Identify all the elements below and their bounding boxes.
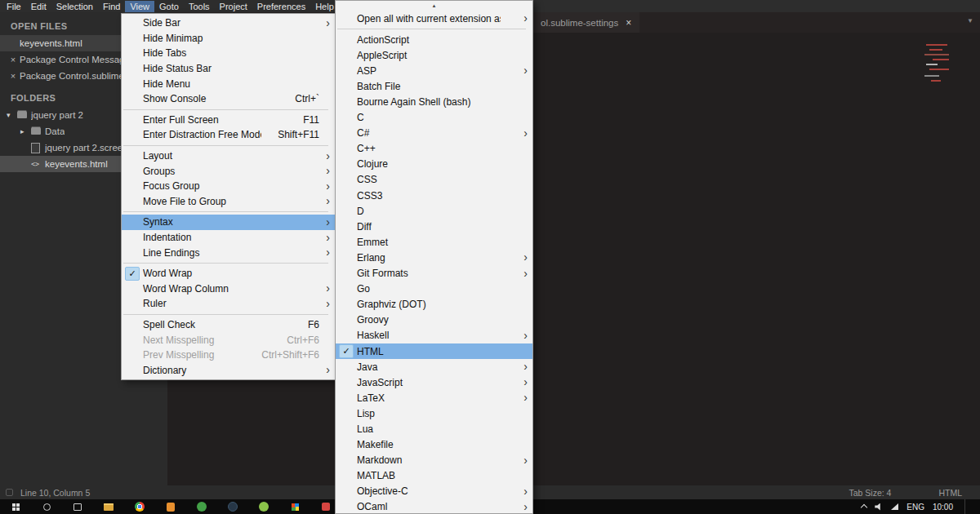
system-tray: ENG 10:00: [862, 499, 980, 514]
menu-item[interactable]: Git Formats: [336, 266, 532, 281]
menu-item[interactable]: Word Wrap Column: [122, 281, 335, 297]
menu-item[interactable]: Open all with current extension as...: [336, 11, 532, 26]
menu-item-label: Diff: [357, 221, 501, 233]
speaker-icon[interactable]: [875, 503, 883, 511]
menubar-item[interactable]: Selection: [51, 1, 98, 12]
menu-item[interactable]: Ruler: [122, 296, 335, 312]
scroll-up-icon[interactable]: [336, 1, 532, 11]
menubar-item[interactable]: Project: [215, 1, 252, 12]
tab-overflow-button[interactable]: [967, 17, 973, 24]
app-icon-dark[interactable]: [217, 499, 248, 514]
menu-item[interactable]: LaTeX: [336, 390, 532, 405]
start-button[interactable]: [0, 499, 31, 514]
menu-item[interactable]: Groovy: [336, 312, 532, 328]
menu-item[interactable]: Layout: [122, 148, 335, 164]
menu-item[interactable]: Prev Misspelling Ctrl+Shift+F6: [122, 348, 335, 363]
menu-item[interactable]: CSS3: [336, 188, 532, 203]
menu-item[interactable]: Line Endings: [122, 245, 335, 260]
language-indicator[interactable]: ENG: [906, 503, 924, 512]
syntax-indicator[interactable]: HTML: [938, 488, 962, 498]
menu-item[interactable]: C++: [336, 141, 532, 157]
menu-item[interactable]: ASP: [336, 63, 532, 78]
menu-item[interactable]: Markdown: [336, 453, 532, 468]
menu-item[interactable]: Move File to Group: [122, 194, 335, 210]
menubar-item[interactable]: File: [2, 1, 26, 12]
office-app-icon[interactable]: [279, 499, 310, 514]
menu-item[interactable]: MATLAB: [336, 468, 532, 484]
menu-item[interactable]: Indentation: [122, 230, 335, 246]
menu-item[interactable]: Enter Distraction Free Mode Shift+F11: [122, 127, 335, 143]
menu-item[interactable]: Go: [336, 281, 532, 297]
menu-item[interactable]: AppleScript: [336, 47, 532, 63]
close-file-icon[interactable]: [7, 71, 20, 81]
minimap[interactable]: [918, 33, 965, 94]
menu-item[interactable]: Dictionary: [122, 362, 335, 378]
show-desktop-button[interactable]: [973, 499, 977, 514]
store-app-icon[interactable]: [155, 499, 186, 514]
clock[interactable]: 10:00: [933, 503, 953, 512]
menu-item[interactable]: Java: [336, 359, 532, 374]
menu-item[interactable]: Haskell: [336, 328, 532, 343]
menu-item[interactable]: Focus Group: [122, 179, 335, 194]
menu-item[interactable]: Batch File: [336, 78, 532, 94]
taskbar-apps: [0, 499, 341, 514]
chevron-up-icon[interactable]: [861, 504, 867, 511]
menu-item[interactable]: Enter Full Screen F11: [122, 113, 335, 128]
menu-item[interactable]: OCaml: [336, 499, 532, 514]
network-icon[interactable]: [891, 503, 898, 510]
tab-close-icon[interactable]: [626, 17, 631, 29]
menu-item[interactable]: Hide Minimap: [122, 31, 335, 47]
submenu-arrow-icon: [517, 127, 528, 140]
browser-app-icon[interactable]: [124, 499, 155, 514]
tab-size-indicator[interactable]: Tab Size: 4: [849, 488, 891, 498]
menubar-item[interactable]: Edit: [26, 1, 51, 12]
menu-item[interactable]: Diff: [336, 219, 532, 234]
menu-item[interactable]: Show Console Ctrl+`: [122, 91, 335, 107]
app-glyph: [135, 502, 145, 512]
menu-item[interactable]: JavaScript: [336, 374, 532, 390]
menu-item[interactable]: Side Bar: [122, 16, 335, 31]
menu-item[interactable]: Hide Status Bar: [122, 61, 335, 77]
menubar-item[interactable]: View: [125, 1, 154, 12]
editor-tab[interactable]: ol.sublime-settings: [532, 12, 639, 33]
menu-item[interactable]: Syntax: [122, 215, 335, 230]
menu-item[interactable]: Clojure: [336, 157, 532, 172]
menu-item-label: Java: [357, 361, 501, 373]
expand-arrow-icon[interactable]: [20, 127, 31, 135]
menu-item[interactable]: Lisp: [336, 405, 532, 421]
menu-item[interactable]: Spell Check F6: [122, 317, 335, 333]
menu-item[interactable]: Makefile: [336, 437, 532, 453]
menu-item-label: Enter Distraction Free Mode: [143, 129, 261, 140]
menu-item[interactable]: C#: [336, 126, 532, 141]
menu-item[interactable]: Next Misspelling Ctrl+F6: [122, 332, 335, 348]
menu-item-label: Prev Misspelling: [143, 349, 245, 361]
menubar-item[interactable]: Preferences: [252, 1, 310, 12]
menu-item[interactable]: Hide Tabs: [122, 46, 335, 61]
menu-item[interactable]: Word Wrap: [122, 266, 335, 281]
menu-item[interactable]: Emmet: [336, 234, 532, 250]
menu-item[interactable]: Objective-C: [336, 484, 532, 499]
menu-item[interactable]: Bourne Again Shell (bash): [336, 94, 532, 109]
menu-item[interactable]: HTML: [336, 343, 532, 359]
menu-item-label: C: [357, 112, 501, 123]
menu-item[interactable]: Hide Menu: [122, 76, 335, 91]
menubar-item[interactable]: Tools: [184, 1, 215, 12]
close-file-icon[interactable]: [7, 55, 20, 64]
menu-item[interactable]: Groups: [122, 163, 335, 179]
menu-item[interactable]: Erlang: [336, 250, 532, 265]
menu-item[interactable]: ActionScript: [336, 32, 532, 47]
menubar-item[interactable]: Find: [98, 1, 125, 12]
menu-item[interactable]: Graphviz (DOT): [336, 297, 532, 312]
menu-item[interactable]: D: [336, 203, 532, 219]
menubar-item[interactable]: Goto: [154, 1, 184, 12]
menu-item[interactable]: C: [336, 110, 532, 126]
menu-item-label: Emmet: [357, 237, 501, 248]
expand-arrow-icon[interactable]: [7, 111, 17, 119]
file-explorer-icon[interactable]: [93, 499, 124, 514]
app-icon-green-2[interactable]: [248, 499, 279, 514]
menu-item[interactable]: CSS: [336, 172, 532, 188]
app-icon-green[interactable]: [186, 499, 217, 514]
task-view-button[interactable]: [62, 499, 93, 514]
menu-item[interactable]: Lua: [336, 421, 532, 436]
search-button[interactable]: [31, 499, 62, 514]
